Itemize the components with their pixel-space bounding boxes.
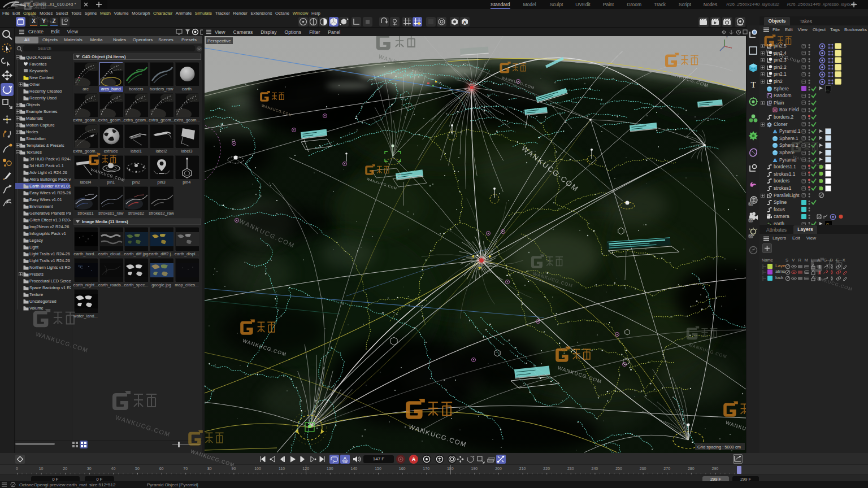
svg-text:Grid spacing : 5000 cm: Grid spacing : 5000 cm	[697, 445, 741, 450]
svg-text:144: 144	[343, 461, 348, 464]
svg-text:ST: ST	[749, 203, 753, 206]
svg-text:T: T	[750, 80, 756, 89]
svg-text:ST: ST	[749, 235, 753, 238]
svg-text:ST: ST	[749, 219, 753, 222]
svg-text:Data: Data	[78, 264, 83, 267]
svg-text:A: A	[463, 20, 467, 25]
svg-text:A: A	[344, 456, 347, 461]
svg-text:Perspective: Perspective	[207, 38, 231, 43]
svg-text:Y: Y	[726, 36, 728, 39]
